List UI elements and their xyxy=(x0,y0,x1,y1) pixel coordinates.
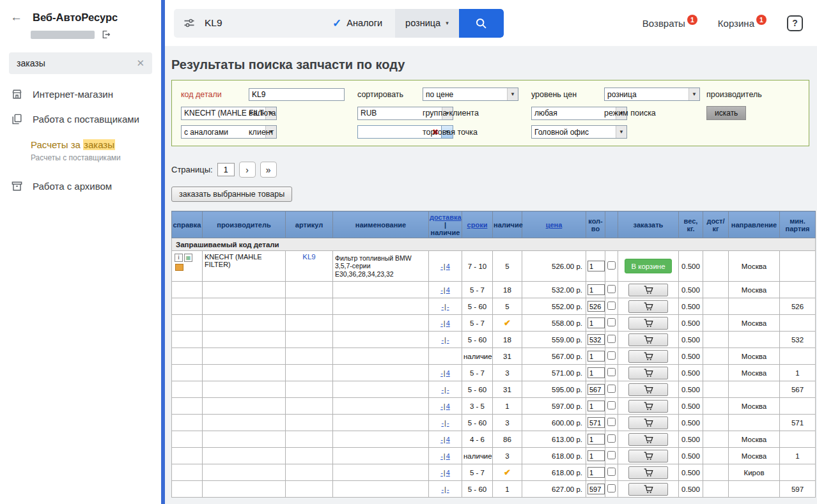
col-terms[interactable]: сроки xyxy=(462,211,493,238)
quantity-input[interactable] xyxy=(587,301,605,312)
add-to-cart-button[interactable] xyxy=(628,367,668,379)
package-icon[interactable] xyxy=(175,264,183,271)
availability-link[interactable]: - xyxy=(447,336,449,344)
sort-link[interactable]: цена xyxy=(546,221,563,229)
row-checkbox[interactable] xyxy=(607,434,616,443)
row-checkbox[interactable] xyxy=(607,368,616,376)
row-checkbox[interactable] xyxy=(607,401,616,409)
row-checkbox[interactable] xyxy=(607,385,616,393)
row-checkbox[interactable] xyxy=(607,261,616,270)
add-to-cart-button[interactable] xyxy=(628,433,668,446)
analogs-checkbox[interactable]: ✓ Аналоги xyxy=(320,9,395,38)
quantity-input[interactable] xyxy=(587,284,605,295)
sidebar-item-internet-shop[interactable]: Интернет-магазин xyxy=(0,82,161,107)
delivery-link[interactable]: - xyxy=(440,452,443,460)
page-number-input[interactable] xyxy=(217,163,235,176)
sidebar-item-supplier-settlements[interactable]: Расчеты с поставщиками xyxy=(0,151,161,170)
quantity-input[interactable] xyxy=(587,467,605,478)
cart-link[interactable]: Корзина 1 xyxy=(718,18,766,29)
row-checkbox[interactable] xyxy=(607,484,616,493)
order-selected-button[interactable]: заказать выбранные товары xyxy=(171,187,292,202)
add-to-cart-button[interactable] xyxy=(628,400,668,413)
availability-link[interactable]: 4 xyxy=(446,263,450,270)
delivery-link[interactable]: - xyxy=(441,386,444,393)
availability-link[interactable]: - xyxy=(447,303,449,310)
delivery-link[interactable]: - xyxy=(441,336,444,344)
logout-icon[interactable] xyxy=(101,29,111,40)
add-to-cart-button[interactable] xyxy=(628,383,668,396)
photo-icon[interactable]: ▦ xyxy=(184,254,192,262)
availability-link[interactable]: 4 xyxy=(446,319,450,327)
sort-link[interactable]: доставка xyxy=(430,213,462,221)
quantity-input[interactable] xyxy=(587,384,605,395)
quantity-input[interactable] xyxy=(587,484,605,494)
sort-link[interactable]: сроки xyxy=(467,221,488,229)
delivery-link[interactable]: - xyxy=(440,469,443,477)
filter-search-button[interactable]: искать xyxy=(706,106,746,120)
delivery-link[interactable]: - xyxy=(440,436,443,443)
part-code-input[interactable] xyxy=(249,88,345,101)
sort-select[interactable]: по цене▼ xyxy=(423,88,518,101)
col-price[interactable]: цена xyxy=(522,211,586,238)
availability-link[interactable]: 4 xyxy=(446,402,450,410)
delivery-link[interactable]: - xyxy=(440,263,443,270)
add-to-cart-button[interactable] xyxy=(628,483,668,496)
add-to-cart-button[interactable] xyxy=(628,333,668,346)
add-to-cart-button[interactable] xyxy=(628,416,668,429)
last-page-button[interactable]: » xyxy=(260,162,277,178)
price-level-select[interactable]: розница▼ xyxy=(604,88,700,101)
delivery-link[interactable]: - xyxy=(440,286,443,294)
info-icon[interactable]: i xyxy=(175,254,183,262)
help-icon[interactable]: ? xyxy=(787,15,803,31)
row-checkbox[interactable] xyxy=(607,451,616,459)
col-delivery-availability[interactable]: доставка | наличие xyxy=(429,211,462,238)
price-mode-dropdown[interactable]: розница ▾ xyxy=(395,9,459,38)
delivery-link[interactable]: - xyxy=(440,319,443,327)
quantity-input[interactable] xyxy=(587,367,605,378)
quantity-input[interactable] xyxy=(587,417,605,428)
search-button[interactable] xyxy=(459,9,504,38)
sidebar-item-archive[interactable]: Работа с архивом xyxy=(0,174,161,199)
quantity-input[interactable] xyxy=(587,334,605,345)
sales-point-select[interactable]: Головной офис▼ xyxy=(531,125,627,139)
sidebar-search[interactable]: ✕ xyxy=(9,52,152,74)
row-checkbox[interactable] xyxy=(607,318,616,326)
tune-filters-icon[interactable] xyxy=(174,17,205,29)
availability-link[interactable]: 4 xyxy=(446,469,450,477)
row-checkbox[interactable] xyxy=(607,302,616,310)
availability-link[interactable]: 4 xyxy=(446,369,450,377)
returns-link[interactable]: Возвраты 1 xyxy=(642,18,697,29)
quantity-input[interactable] xyxy=(587,401,605,411)
sidebar-item-order-settlements[interactable]: Расчеты за заказы xyxy=(0,132,161,151)
add-to-cart-button[interactable] xyxy=(628,300,668,313)
article-link[interactable]: KL9 xyxy=(302,253,315,261)
row-checkbox[interactable] xyxy=(607,285,616,293)
row-checkbox[interactable] xyxy=(607,468,616,476)
availability-link[interactable]: - xyxy=(447,386,449,393)
clear-search-icon[interactable]: ✕ xyxy=(136,57,144,69)
availability-link[interactable]: - xyxy=(447,485,449,493)
row-checkbox[interactable] xyxy=(607,418,616,426)
add-to-cart-button[interactable] xyxy=(628,450,668,462)
quantity-input[interactable] xyxy=(587,434,605,445)
availability-link[interactable]: 4 xyxy=(446,452,450,460)
availability-link[interactable]: 4 xyxy=(446,436,450,443)
quantity-input[interactable] xyxy=(587,317,605,328)
quantity-input[interactable] xyxy=(587,261,605,271)
sidebar-search-input[interactable] xyxy=(17,58,136,68)
add-to-cart-button[interactable] xyxy=(628,284,668,296)
part-code-search-input[interactable] xyxy=(205,17,320,29)
availability-link[interactable]: - xyxy=(447,419,449,427)
sidebar-item-suppliers[interactable]: Работа с поставщиками xyxy=(0,107,161,132)
in-cart-button[interactable]: В корзине xyxy=(625,259,671,273)
back-arrow-icon[interactable]: ← xyxy=(10,10,22,24)
delivery-link[interactable]: - xyxy=(440,369,443,377)
add-to-cart-button[interactable] xyxy=(628,350,668,363)
delivery-link[interactable]: - xyxy=(440,402,443,410)
next-page-button[interactable]: › xyxy=(239,162,256,178)
quantity-input[interactable] xyxy=(587,450,605,461)
row-checkbox[interactable] xyxy=(607,351,616,360)
delivery-link[interactable]: - xyxy=(441,419,444,427)
delivery-link[interactable]: - xyxy=(441,485,444,493)
delivery-link[interactable]: - xyxy=(441,303,444,310)
